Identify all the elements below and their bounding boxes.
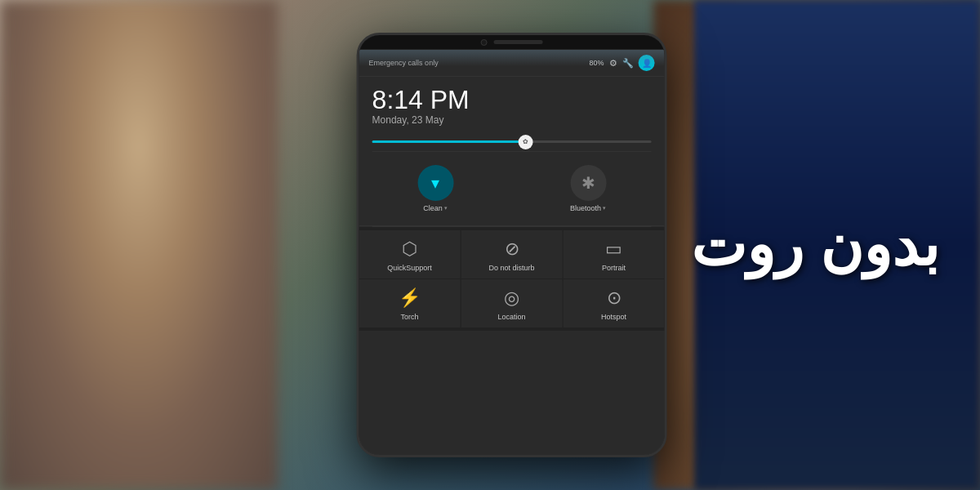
wifi-arrow-icon: ▾	[444, 205, 448, 212]
quick-settings-grid: ⬡ QuickSupport ⊘ Do not disturb ▭ Portra…	[359, 227, 665, 331]
brightness-slider-track[interactable]: ✿	[372, 140, 652, 143]
torch-icon: ⚡	[399, 287, 421, 309]
notification-panel: Emergency calls only 80% ⚙ 🔧 👤 8:14 PM M…	[359, 50, 665, 457]
signal-status: Emergency calls only	[369, 59, 439, 67]
phone-screen: Emergency calls only 80% ⚙ 🔧 👤 8:14 PM M…	[357, 33, 667, 457]
camera-dot	[481, 39, 488, 46]
bluetooth-arrow-icon: ▾	[603, 205, 606, 212]
torch-label: Torch	[401, 313, 419, 321]
wifi-toggle[interactable]: ▾ Clean ▾	[359, 158, 512, 219]
location-tile[interactable]: ◎ Location	[461, 279, 563, 327]
torch-tile[interactable]: ⚡ Torch	[359, 279, 461, 327]
bluetooth-toggle-circle: ✱	[570, 165, 606, 201]
avatar-icon: 👤	[642, 59, 652, 68]
battery-level: 80%	[590, 59, 604, 67]
phone-top-bar	[359, 35, 665, 50]
brightness-thumb[interactable]: ✿	[519, 135, 533, 149]
bluetooth-icon: ✱	[581, 173, 595, 193]
bluetooth-toggle[interactable]: ✱ Bluetooth ▾	[512, 158, 665, 219]
current-date: Monday, 23 May	[372, 114, 652, 126]
donotdisturb-label: Do not disturb	[489, 264, 535, 272]
quicksupport-label: QuickSupport	[387, 264, 432, 272]
main-toggles-row: ▾ Clean ▾ ✱ Bluetooth ▾	[359, 152, 665, 226]
person-background-left	[0, 0, 278, 490]
wifi-icon: ▾	[431, 173, 439, 193]
portrait-icon: ▭	[605, 238, 622, 260]
bluetooth-toggle-label: Bluetooth ▾	[570, 204, 606, 212]
phone-device: Emergency calls only 80% ⚙ 🔧 👤 8:14 PM M…	[357, 33, 667, 457]
hotspot-tile[interactable]: ⊙ Hotspot	[564, 279, 665, 327]
time-display: 8:14 PM Monday, 23 May	[359, 77, 665, 132]
user-avatar[interactable]: 👤	[639, 55, 655, 71]
donotdisturb-tile[interactable]: ⊘ Do not disturb	[461, 230, 563, 278]
quicksupport-icon: ⬡	[402, 238, 417, 260]
status-bar-right: 80% ⚙ 🔧 👤	[590, 55, 655, 71]
wifi-toggle-circle: ▾	[417, 165, 453, 201]
wifi-toggle-label: Clean ▾	[423, 204, 448, 212]
portrait-label: Portrait	[602, 264, 626, 272]
hotspot-label: Hotspot	[601, 313, 626, 321]
donotdisturb-icon: ⊘	[505, 238, 519, 260]
quicksupport-tile[interactable]: ⬡ QuickSupport	[359, 230, 461, 278]
brightness-icon: ✿	[523, 138, 528, 145]
brightness-fill	[372, 140, 526, 143]
current-time: 8:14 PM	[372, 87, 652, 113]
status-bar: Emergency calls only 80% ⚙ 🔧 👤	[359, 50, 665, 77]
brightness-row: ✿	[359, 132, 665, 151]
wrench-icon: 🔧	[622, 58, 634, 69]
location-label: Location	[498, 313, 526, 321]
hotspot-icon: ⊙	[607, 287, 621, 309]
portrait-tile[interactable]: ▭ Portrait	[564, 230, 665, 278]
location-icon: ◎	[504, 287, 519, 309]
settings-icon[interactable]: ⚙	[609, 58, 617, 69]
speaker-grille	[494, 40, 543, 44]
arabic-title: بدون روت	[691, 210, 939, 280]
